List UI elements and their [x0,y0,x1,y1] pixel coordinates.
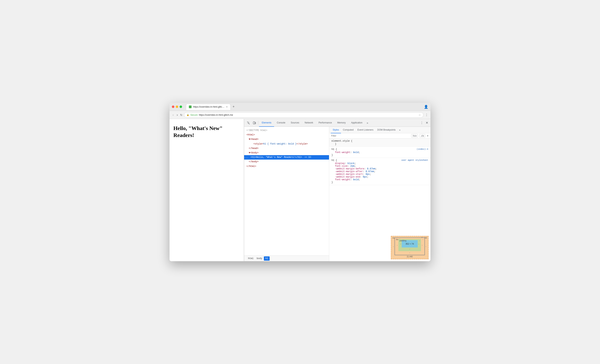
dom-line[interactable]: ▼<body> [244,151,329,155]
css-prop-font-size: font-size [335,165,347,167]
eq-sign: == [304,156,308,158]
border-left-val: - [396,239,398,251]
dom-line[interactable]: </body> [244,160,329,164]
style-open-tag: <style> [253,143,263,145]
css-prop-fw-ua: font-weight [335,178,350,181]
bookmark-icon[interactable]: ☆ [419,113,421,117]
css-semicolon: ; [359,151,360,154]
styles-tab-styles[interactable]: Styles [331,127,341,133]
menu-button[interactable]: ⋮ [425,113,428,117]
h1-selector-ua: h1 { [331,159,337,162]
tab-memory[interactable]: Memory [335,119,348,127]
head-tag: ▼<head> [249,138,258,141]
css-colon: : [363,173,366,176]
devtools-settings-button[interactable]: ⋮ [420,120,424,125]
css-prop-wk-ms: -webkit-margin-start [335,173,363,176]
breadcrumb-h1[interactable]: h1 [264,256,270,261]
dom-line[interactable]: </html> [244,164,329,169]
styles-content: element.style { } h1 { (index):4 font- [329,138,431,234]
css-property-line: display: block; [331,162,428,165]
secure-icon: 🔒 [187,114,189,116]
traffic-lights [172,106,182,108]
css-value-wk-ms: 0px [366,173,370,176]
dom-line[interactable]: <!DOCTYPE html> [244,128,329,133]
styles-tab-event-listeners[interactable]: Event Listeners [356,127,375,133]
border-bottom-val: - [396,252,423,254]
main-area: Hello, "What's New" Readers! [169,119,431,261]
dom-line[interactable]: <html> [244,133,329,137]
box-model-area: margin 21.440 - border - - [329,234,431,261]
tab-network[interactable]: Network [302,119,316,127]
minimize-button[interactable] [176,106,178,108]
styles-more-tabs[interactable]: » [398,128,402,131]
tab-title: https://overrides-in-html.glitc… [193,106,225,108]
selector-text: element.style { [331,140,352,142]
dom-line[interactable]: ▼<head> [244,137,329,142]
box-model-diagram: margin 21.440 - border - - [391,236,429,259]
close-button[interactable] [172,106,174,108]
reload-button[interactable]: ↻ [180,113,182,117]
new-tab-button[interactable]: + [231,105,236,109]
filter-hov-button[interactable]: :hov [411,134,418,137]
css-colon: : [364,167,367,170]
inspect-element-button[interactable] [246,120,252,126]
browser-window: https://overrides-in-html.glitc… ✕ + 👤 ‹… [169,103,431,261]
tab-close-button[interactable]: ✕ [226,106,228,108]
dom-breadcrumb: html body h1 [244,255,329,261]
css-value-wk-mb: 0.67em [367,167,375,170]
css-semicolon: ; [367,176,368,178]
back-button[interactable]: ‹ [172,113,174,117]
margin-bottom-val: 21.440 [392,256,427,258]
devtools-body: <!DOCTYPE html> <html> ▼<head> <style>h1… [244,127,431,261]
device-toolbar-button[interactable] [252,120,257,126]
tab-console[interactable]: Console [274,119,288,127]
devtools-tabs: Elements Console Sources Network Perform… [259,119,420,127]
border-right-val: - [421,239,423,251]
html-close-tag: </html> [246,165,256,168]
breadcrumb-body[interactable]: body [255,256,264,261]
box-padding: padding - - 352 × 74 [398,239,421,251]
filter-cls-button[interactable]: .cls [420,134,425,137]
tab-sources[interactable]: Sources [288,119,302,127]
css-selector[interactable]: element.style { [331,140,428,142]
border-top-val: - [422,238,423,241]
css-semicolon: ; [370,173,371,176]
styles-tab-computed[interactable]: Computed [341,127,356,133]
css-close-brace: } [331,181,428,184]
css-property-line: font-size: 2em; [331,165,428,167]
css-semicolon: ; [355,165,356,167]
svg-rect-2 [255,122,256,124]
css-selector-h1[interactable]: h1 { (index):4 [331,148,428,151]
account-icon[interactable]: 👤 [424,105,428,109]
css-prop-wk-ma: -webkit-margin-after [335,170,363,173]
dom-line-selected[interactable]: ... <h1>Hello, "What's New" Readers!</h1… [244,155,329,160]
tab-elements[interactable]: Elements [259,119,274,127]
dom-line[interactable]: </head> [244,146,329,151]
tab-application[interactable]: Application [348,119,365,127]
breadcrumb-html[interactable]: html [246,256,255,261]
dom-line[interactable]: <style>h1 { font-weight: bold }</style> [244,142,329,146]
address-bar: ‹ › ↻ 🔒 Secure https://overrides-in-html… [169,111,431,119]
maximize-button[interactable] [179,106,182,108]
css-source-link[interactable]: (index):4 [417,148,428,150]
styles-filter-input[interactable] [331,135,410,137]
css-property-line: -webkit-margin-after: 0.67em; [331,170,428,173]
styles-tab-dom-breakpoints[interactable]: DOM Breakpoints [375,127,398,133]
forward-button[interactable]: › [176,113,178,117]
more-tabs-button[interactable]: » [365,121,370,124]
head-close-tag: </head> [249,147,258,150]
css-source-ua: user agent stylesheet [401,159,428,161]
tab-performance[interactable]: Performance [316,119,335,127]
style-close-tag: </style> [297,143,308,145]
css-property-line: font-weight: bold; [331,151,428,154]
css-selector-h1-ua[interactable]: h1 { user agent stylesheet [331,159,428,162]
tab-area: https://overrides-in-html.glitc… ✕ + [186,104,422,110]
url-bar[interactable]: 🔒 Secure https://overrides-in-html.glitc… [184,112,423,118]
box-border: border - - padding - [394,237,425,255]
filter-add-button[interactable]: + [427,134,429,137]
border-middle-row: - padding - - [396,239,423,251]
toolbar-divider [258,121,258,125]
devtools-close-button[interactable]: ✕ [425,120,429,125]
title-bar: https://overrides-in-html.glitc… ✕ + 👤 [169,103,431,111]
browser-tab[interactable]: https://overrides-in-html.glitc… ✕ [186,104,231,110]
